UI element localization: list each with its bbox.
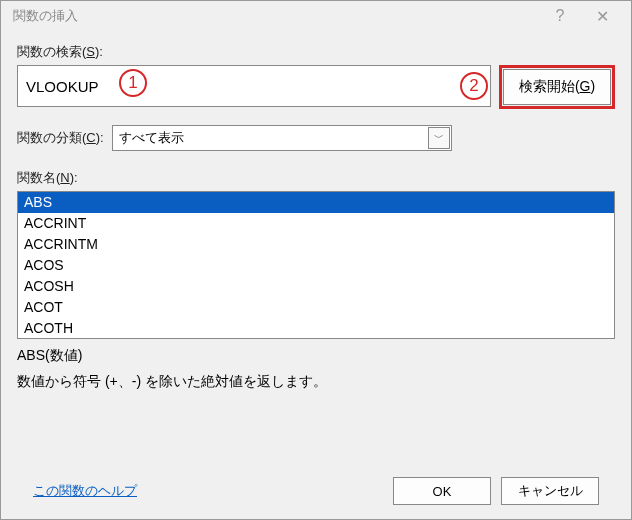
search-label-key: S	[86, 44, 95, 59]
titlebar: 関数の挿入 ? ✕	[1, 1, 631, 31]
function-description: 数値から符号 (+、-) を除いた絶対値を返します。	[17, 373, 615, 391]
help-icon[interactable]: ?	[539, 2, 581, 30]
function-syntax: ABS(数値)	[17, 347, 615, 365]
category-row: 関数の分類(C): すべて表示 ﹀	[17, 125, 615, 151]
category-label-pre: 関数の分類(	[17, 130, 86, 145]
functions-label-key: N	[60, 170, 69, 185]
functions-label: 関数名(N):	[17, 169, 615, 187]
search-label-pre: 関数の検索(	[17, 44, 86, 59]
search-button-post: )	[590, 78, 595, 94]
list-item[interactable]: ACOT	[18, 297, 614, 318]
list-item[interactable]: ABS	[18, 192, 614, 213]
search-label-post: ):	[95, 44, 103, 59]
search-button-key: G	[580, 78, 591, 94]
function-listbox[interactable]: ABS ACCRINT ACCRINTM ACOS ACOSH ACOT ACO…	[17, 191, 615, 339]
category-label: 関数の分類(C):	[17, 129, 104, 147]
search-row: 1 2 検索開始(G)	[17, 65, 615, 109]
functions-label-post: ):	[70, 170, 78, 185]
cancel-button[interactable]: キャンセル	[501, 477, 599, 505]
list-item[interactable]: ACOS	[18, 255, 614, 276]
insert-function-dialog: 関数の挿入 ? ✕ 関数の検索(S): 1 2 検索開始(G) 関数の分類(C)…	[0, 0, 632, 520]
list-item[interactable]: ACCRINT	[18, 213, 614, 234]
close-icon[interactable]: ✕	[581, 2, 623, 30]
category-select[interactable]: すべて表示 ﹀	[112, 125, 452, 151]
category-selected-value: すべて表示	[119, 129, 184, 147]
chevron-down-icon[interactable]: ﹀	[428, 127, 450, 149]
search-input-wrap: 1	[17, 65, 491, 109]
footer: この関数のヘルプ OK キャンセル	[17, 463, 615, 519]
search-button[interactable]: 検索開始(G)	[503, 69, 611, 105]
function-list-inner: ABS ACCRINT ACCRINTM ACOS ACOSH ACOT ACO…	[18, 192, 614, 339]
list-item[interactable]: ACOTH	[18, 318, 614, 339]
help-link[interactable]: この関数のヘルプ	[33, 482, 137, 500]
ok-button[interactable]: OK	[393, 477, 491, 505]
search-input[interactable]	[17, 65, 491, 107]
list-item[interactable]: ACCRINTM	[18, 234, 614, 255]
list-item[interactable]: ACOSH	[18, 276, 614, 297]
search-button-highlight: 2 検索開始(G)	[499, 65, 615, 109]
search-label: 関数の検索(S):	[17, 43, 615, 61]
category-label-post: ):	[96, 130, 104, 145]
dialog-content: 関数の検索(S): 1 2 検索開始(G) 関数の分類(C): すべて表示 ﹀	[1, 31, 631, 519]
dialog-title: 関数の挿入	[9, 7, 539, 25]
category-label-key: C	[86, 130, 95, 145]
functions-label-pre: 関数名(	[17, 170, 60, 185]
search-button-pre: 検索開始(	[519, 78, 580, 94]
